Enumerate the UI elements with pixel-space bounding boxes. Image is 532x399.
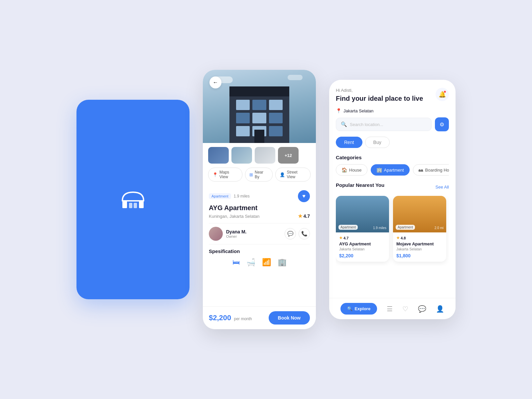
- thumbnail-3[interactable]: [255, 147, 275, 164]
- rating-value: 4.7: [304, 213, 310, 219]
- prop-name-2: Mojave Apartment: [396, 241, 443, 246]
- price-value: $2,200: [209, 314, 231, 322]
- prop-price-1: $2,200: [339, 253, 386, 258]
- prop-rating-1: 4.7: [343, 236, 348, 240]
- properties-row: Apartment 1.9 miles ★ 4.7 AYG Apartment …: [336, 196, 449, 266]
- favorite-button[interactable]: ♥: [298, 190, 310, 202]
- spec-wifi-icon: 📶: [262, 258, 271, 267]
- apt-location-row: Kuningan, Jakarta Selatan ★ 4.7: [209, 213, 310, 219]
- map-pin-icon: 📍: [212, 172, 218, 177]
- owner-title: Owner: [226, 234, 281, 238]
- heart-nav-icon: ♡: [402, 305, 408, 313]
- street-person-icon: 👤: [280, 172, 285, 177]
- bottom-nav: 🔍 Explore ☰ ♡ 💬 👤: [329, 298, 456, 319]
- thumbnail-1[interactable]: [208, 147, 229, 164]
- app-logo-icon: [120, 186, 146, 213]
- property-body-1: ★ 4.7 AYG Apartment Jakarta Selatan $2,2…: [336, 232, 389, 262]
- thumbnail-more[interactable]: +12: [278, 147, 299, 164]
- prop-rating-row-2: ★ 4.8: [396, 236, 443, 240]
- thumbnail-strip: +12: [203, 143, 316, 168]
- house-label: House: [349, 168, 362, 173]
- list-icon: ☰: [387, 305, 393, 313]
- prop-type-1: Apartment: [338, 225, 358, 230]
- home-header: Hi Adisti, Find your ideal place to live…: [336, 88, 449, 103]
- apt-name: AYG Apartment: [209, 204, 310, 212]
- popular-header: Popular Nearest You See All: [336, 182, 449, 192]
- apartment-label: Apartment: [384, 168, 404, 173]
- cat-boarding[interactable]: 🏘 Boarding House: [413, 164, 449, 176]
- location-text: Jakarta Selatan: [343, 108, 373, 113]
- nav-favorites[interactable]: ♡: [402, 305, 408, 313]
- price-unit: per month: [234, 317, 252, 321]
- prop-star-1: ★: [339, 236, 342, 240]
- view-tabs-row: 📍 Maps View ⊞ Near By 👤 Street View: [203, 168, 316, 186]
- filter-icon: ⚙: [440, 121, 444, 128]
- owner-name: Dyana M.: [226, 229, 281, 234]
- popular-title: Popular Nearest You: [336, 182, 384, 188]
- property-card-1[interactable]: Apartment 1.9 miles ★ 4.7 AYG Apartment …: [336, 196, 389, 262]
- cat-house[interactable]: 🏠 House: [336, 164, 367, 176]
- thumbnail-2[interactable]: [231, 147, 252, 164]
- prop-rating-row-1: ★ 4.7: [339, 236, 386, 240]
- notification-dot: [444, 90, 446, 93]
- spec-bed-icon: 🛏: [232, 258, 240, 267]
- splash-screen: [76, 100, 190, 299]
- search-bar[interactable]: 🔍 Search location...: [336, 118, 432, 131]
- book-now-button[interactable]: Book Now: [269, 311, 310, 325]
- apt-type-badge: Apartment: [209, 193, 231, 199]
- property-image-2: Apartment 2.0 mi: [393, 196, 446, 232]
- svg-rect-5: [124, 203, 127, 205]
- svg-rect-4: [134, 203, 137, 208]
- prop-loc-2: Jakarta Selatan: [396, 247, 443, 251]
- nearby-label: Near By: [255, 170, 268, 179]
- owner-actions: 💬 📞: [285, 228, 310, 239]
- greeting-block: Hi Adisti, Find your ideal place to live: [336, 88, 423, 103]
- nearby-icon: ⊞: [249, 172, 253, 177]
- back-arrow-icon: ←: [213, 79, 218, 85]
- nearby-tab[interactable]: ⊞ Near By: [245, 168, 273, 182]
- boarding-icon: 🏘: [419, 167, 423, 173]
- rent-tab[interactable]: Rent: [336, 137, 362, 148]
- detail-footer: $2,200 per month Book Now: [203, 306, 316, 329]
- star-icon: ★: [298, 213, 302, 219]
- explore-nav-icon: 🔍: [347, 306, 352, 311]
- nav-profile[interactable]: 👤: [436, 305, 444, 313]
- price-display: $2,200 per month: [209, 314, 252, 322]
- spec-bath-icon: 🛁: [246, 258, 255, 267]
- cat-apartment[interactable]: 🏢 Apartment: [371, 164, 410, 176]
- apt-meta-row: Apartment 1.9 miles ♥: [209, 190, 310, 202]
- filter-button[interactable]: ⚙: [435, 117, 449, 131]
- buy-tab[interactable]: Buy: [365, 137, 390, 148]
- headline-text: Find your ideal place to live: [336, 94, 423, 103]
- nav-list[interactable]: ☰: [387, 305, 393, 313]
- prop-type-2: Apartment: [396, 225, 415, 230]
- search-icon: 🔍: [341, 121, 347, 127]
- owner-avatar: [209, 227, 223, 241]
- apt-distance: 1.9 miles: [234, 194, 250, 199]
- prop-rating-2: 4.8: [401, 236, 406, 240]
- explore-nav-button[interactable]: 🔍 Explore: [340, 303, 377, 315]
- prop-distance-2: 2.0 mi: [435, 226, 444, 230]
- specification-icons: 🛏 🛁 📶 🏢: [209, 258, 310, 267]
- explore-nav-label: Explore: [354, 306, 370, 311]
- prop-distance-1: 1.9 miles: [373, 226, 386, 230]
- search-placeholder: Search location...: [350, 122, 383, 127]
- see-all-link[interactable]: See All: [436, 185, 449, 190]
- owner-row: Dyana M. Owner 💬 📞: [209, 223, 310, 244]
- back-button[interactable]: ←: [209, 76, 221, 88]
- maps-view-tab[interactable]: 📍 Maps View: [208, 168, 242, 182]
- property-card-2[interactable]: Apartment 2.0 mi ★ 4.8 Mojave Apartment …: [393, 196, 446, 262]
- nav-messages[interactable]: 💬: [418, 305, 426, 313]
- street-view-tab[interactable]: 👤 Street View: [275, 168, 311, 182]
- building-graphic: [229, 86, 289, 143]
- location-row: 📍 Jakarta Selatan: [336, 108, 449, 113]
- hero-image: ←: [203, 70, 316, 143]
- notification-button[interactable]: 🔔: [436, 88, 449, 101]
- detail-screen: ← +12 📍 Maps View ⊞ Near By 👤 Street Vie…: [203, 70, 316, 329]
- profile-nav-icon: 👤: [436, 305, 444, 313]
- message-button[interactable]: 💬: [285, 228, 296, 239]
- call-button[interactable]: 📞: [299, 228, 310, 239]
- categories-title: Categories: [336, 155, 449, 160]
- boarding-label: Boarding House: [425, 168, 449, 173]
- location-pin-icon: 📍: [336, 108, 341, 113]
